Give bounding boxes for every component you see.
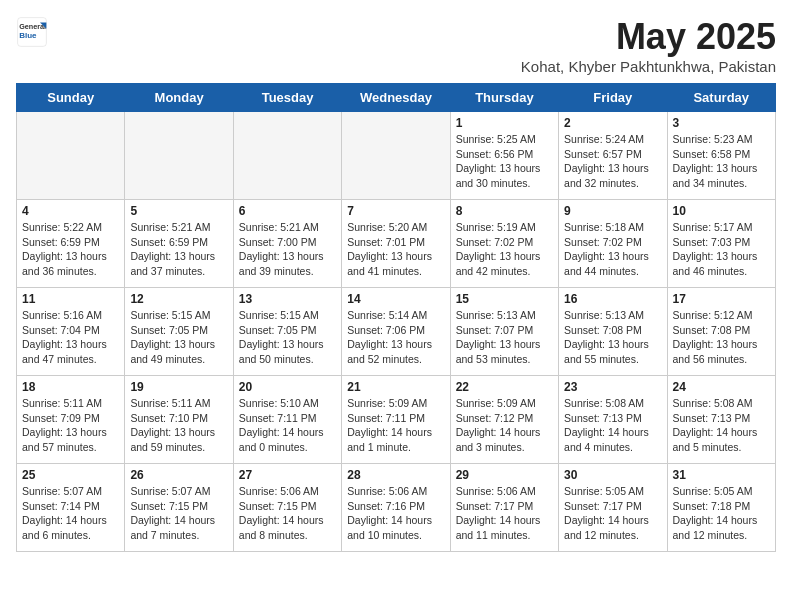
day-number: 5	[130, 204, 227, 218]
day-number: 13	[239, 292, 336, 306]
day-info: Sunrise: 5:21 AM Sunset: 7:00 PM Dayligh…	[239, 220, 336, 279]
page-header: General Blue May 2025 Kohat, Khyber Pakh…	[16, 16, 776, 75]
day-number: 27	[239, 468, 336, 482]
day-number: 24	[673, 380, 770, 394]
day-info: Sunrise: 5:24 AM Sunset: 6:57 PM Dayligh…	[564, 132, 661, 191]
calendar-table: SundayMondayTuesdayWednesdayThursdayFrid…	[16, 83, 776, 552]
day-number: 10	[673, 204, 770, 218]
day-info: Sunrise: 5:21 AM Sunset: 6:59 PM Dayligh…	[130, 220, 227, 279]
day-number: 2	[564, 116, 661, 130]
day-info: Sunrise: 5:17 AM Sunset: 7:03 PM Dayligh…	[673, 220, 770, 279]
day-number: 17	[673, 292, 770, 306]
calendar-cell: 8Sunrise: 5:19 AM Sunset: 7:02 PM Daylig…	[450, 200, 558, 288]
calendar-cell: 23Sunrise: 5:08 AM Sunset: 7:13 PM Dayli…	[559, 376, 667, 464]
day-number: 20	[239, 380, 336, 394]
calendar-cell: 10Sunrise: 5:17 AM Sunset: 7:03 PM Dayli…	[667, 200, 775, 288]
calendar-cell: 18Sunrise: 5:11 AM Sunset: 7:09 PM Dayli…	[17, 376, 125, 464]
day-info: Sunrise: 5:19 AM Sunset: 7:02 PM Dayligh…	[456, 220, 553, 279]
day-header-thursday: Thursday	[450, 84, 558, 112]
week-row-5: 25Sunrise: 5:07 AM Sunset: 7:14 PM Dayli…	[17, 464, 776, 552]
month-title: May 2025	[521, 16, 776, 58]
day-header-wednesday: Wednesday	[342, 84, 450, 112]
calendar-cell: 27Sunrise: 5:06 AM Sunset: 7:15 PM Dayli…	[233, 464, 341, 552]
calendar-cell: 21Sunrise: 5:09 AM Sunset: 7:11 PM Dayli…	[342, 376, 450, 464]
day-info: Sunrise: 5:18 AM Sunset: 7:02 PM Dayligh…	[564, 220, 661, 279]
day-info: Sunrise: 5:13 AM Sunset: 7:08 PM Dayligh…	[564, 308, 661, 367]
calendar-cell	[17, 112, 125, 200]
calendar-cell: 24Sunrise: 5:08 AM Sunset: 7:13 PM Dayli…	[667, 376, 775, 464]
week-row-1: 1Sunrise: 5:25 AM Sunset: 6:56 PM Daylig…	[17, 112, 776, 200]
day-number: 14	[347, 292, 444, 306]
day-info: Sunrise: 5:16 AM Sunset: 7:04 PM Dayligh…	[22, 308, 119, 367]
day-info: Sunrise: 5:07 AM Sunset: 7:14 PM Dayligh…	[22, 484, 119, 543]
week-row-3: 11Sunrise: 5:16 AM Sunset: 7:04 PM Dayli…	[17, 288, 776, 376]
calendar-cell	[342, 112, 450, 200]
day-number: 12	[130, 292, 227, 306]
day-info: Sunrise: 5:07 AM Sunset: 7:15 PM Dayligh…	[130, 484, 227, 543]
calendar-cell: 11Sunrise: 5:16 AM Sunset: 7:04 PM Dayli…	[17, 288, 125, 376]
day-info: Sunrise: 5:06 AM Sunset: 7:16 PM Dayligh…	[347, 484, 444, 543]
day-info: Sunrise: 5:06 AM Sunset: 7:15 PM Dayligh…	[239, 484, 336, 543]
day-header-tuesday: Tuesday	[233, 84, 341, 112]
day-info: Sunrise: 5:13 AM Sunset: 7:07 PM Dayligh…	[456, 308, 553, 367]
day-number: 4	[22, 204, 119, 218]
day-number: 29	[456, 468, 553, 482]
calendar-cell: 3Sunrise: 5:23 AM Sunset: 6:58 PM Daylig…	[667, 112, 775, 200]
svg-text:Blue: Blue	[19, 31, 37, 40]
day-number: 15	[456, 292, 553, 306]
day-number: 3	[673, 116, 770, 130]
day-number: 16	[564, 292, 661, 306]
day-info: Sunrise: 5:06 AM Sunset: 7:17 PM Dayligh…	[456, 484, 553, 543]
week-row-4: 18Sunrise: 5:11 AM Sunset: 7:09 PM Dayli…	[17, 376, 776, 464]
calendar-cell: 5Sunrise: 5:21 AM Sunset: 6:59 PM Daylig…	[125, 200, 233, 288]
calendar-cell: 13Sunrise: 5:15 AM Sunset: 7:05 PM Dayli…	[233, 288, 341, 376]
day-info: Sunrise: 5:12 AM Sunset: 7:08 PM Dayligh…	[673, 308, 770, 367]
calendar-cell: 9Sunrise: 5:18 AM Sunset: 7:02 PM Daylig…	[559, 200, 667, 288]
day-number: 30	[564, 468, 661, 482]
calendar-cell: 14Sunrise: 5:14 AM Sunset: 7:06 PM Dayli…	[342, 288, 450, 376]
calendar-cell: 6Sunrise: 5:21 AM Sunset: 7:00 PM Daylig…	[233, 200, 341, 288]
calendar-cell: 4Sunrise: 5:22 AM Sunset: 6:59 PM Daylig…	[17, 200, 125, 288]
logo-icon: General Blue	[16, 16, 48, 48]
calendar-cell: 2Sunrise: 5:24 AM Sunset: 6:57 PM Daylig…	[559, 112, 667, 200]
day-number: 22	[456, 380, 553, 394]
day-info: Sunrise: 5:09 AM Sunset: 7:11 PM Dayligh…	[347, 396, 444, 455]
calendar-header-row: SundayMondayTuesdayWednesdayThursdayFrid…	[17, 84, 776, 112]
day-number: 31	[673, 468, 770, 482]
day-info: Sunrise: 5:10 AM Sunset: 7:11 PM Dayligh…	[239, 396, 336, 455]
calendar-cell: 20Sunrise: 5:10 AM Sunset: 7:11 PM Dayli…	[233, 376, 341, 464]
day-number: 23	[564, 380, 661, 394]
day-number: 28	[347, 468, 444, 482]
day-number: 26	[130, 468, 227, 482]
day-header-friday: Friday	[559, 84, 667, 112]
calendar-cell: 16Sunrise: 5:13 AM Sunset: 7:08 PM Dayli…	[559, 288, 667, 376]
day-number: 9	[564, 204, 661, 218]
calendar-cell: 31Sunrise: 5:05 AM Sunset: 7:18 PM Dayli…	[667, 464, 775, 552]
day-info: Sunrise: 5:05 AM Sunset: 7:17 PM Dayligh…	[564, 484, 661, 543]
day-header-saturday: Saturday	[667, 84, 775, 112]
calendar-cell: 25Sunrise: 5:07 AM Sunset: 7:14 PM Dayli…	[17, 464, 125, 552]
day-info: Sunrise: 5:09 AM Sunset: 7:12 PM Dayligh…	[456, 396, 553, 455]
day-info: Sunrise: 5:25 AM Sunset: 6:56 PM Dayligh…	[456, 132, 553, 191]
day-number: 11	[22, 292, 119, 306]
day-number: 7	[347, 204, 444, 218]
calendar-cell: 7Sunrise: 5:20 AM Sunset: 7:01 PM Daylig…	[342, 200, 450, 288]
day-info: Sunrise: 5:15 AM Sunset: 7:05 PM Dayligh…	[130, 308, 227, 367]
calendar-cell: 22Sunrise: 5:09 AM Sunset: 7:12 PM Dayli…	[450, 376, 558, 464]
calendar-cell: 19Sunrise: 5:11 AM Sunset: 7:10 PM Dayli…	[125, 376, 233, 464]
week-row-2: 4Sunrise: 5:22 AM Sunset: 6:59 PM Daylig…	[17, 200, 776, 288]
day-number: 6	[239, 204, 336, 218]
day-number: 25	[22, 468, 119, 482]
day-number: 1	[456, 116, 553, 130]
calendar-cell	[125, 112, 233, 200]
calendar-cell: 17Sunrise: 5:12 AM Sunset: 7:08 PM Dayli…	[667, 288, 775, 376]
day-number: 18	[22, 380, 119, 394]
day-header-sunday: Sunday	[17, 84, 125, 112]
day-number: 21	[347, 380, 444, 394]
calendar-cell: 26Sunrise: 5:07 AM Sunset: 7:15 PM Dayli…	[125, 464, 233, 552]
calendar-cell: 30Sunrise: 5:05 AM Sunset: 7:17 PM Dayli…	[559, 464, 667, 552]
day-info: Sunrise: 5:08 AM Sunset: 7:13 PM Dayligh…	[564, 396, 661, 455]
day-header-monday: Monday	[125, 84, 233, 112]
location-title: Kohat, Khyber Pakhtunkhwa, Pakistan	[521, 58, 776, 75]
calendar-cell: 1Sunrise: 5:25 AM Sunset: 6:56 PM Daylig…	[450, 112, 558, 200]
